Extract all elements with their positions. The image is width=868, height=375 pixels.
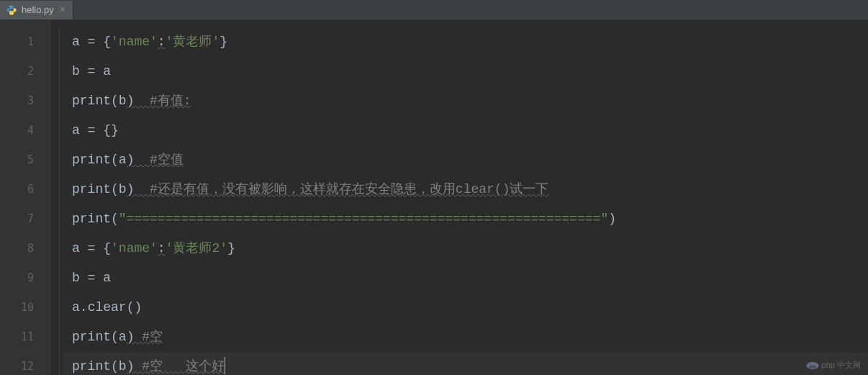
code-line-8[interactable]: a = {'name':'黄老师2'} xyxy=(63,234,868,263)
watermark: php php 中文网 xyxy=(806,360,861,371)
tab-filename: hello.py xyxy=(22,4,54,15)
line-number: 1 xyxy=(0,27,50,57)
tab-close-icon[interactable]: × xyxy=(58,4,67,16)
code-line-5[interactable]: print(a) #空值 xyxy=(63,145,868,175)
code-line-9[interactable]: b = a xyxy=(63,263,868,293)
svg-text:php: php xyxy=(809,363,815,368)
line-number: 2 xyxy=(0,57,50,86)
line-number: 11 xyxy=(0,322,50,352)
line-number: 7 xyxy=(0,204,50,234)
line-number: 5 xyxy=(0,145,50,175)
line-number: 10 xyxy=(0,293,50,322)
code-line-3[interactable]: print(b) #有值: xyxy=(63,86,868,116)
indent-guide xyxy=(59,27,60,375)
watermark-text: php 中文网 xyxy=(822,360,861,371)
svg-point-1 xyxy=(12,13,13,14)
code-editor: 1 2 3 4 5 6 7 8 9 10 11 12 a = {'name':'… xyxy=(0,20,868,375)
svg-point-0 xyxy=(10,6,11,6)
line-gutter: 1 2 3 4 5 6 7 8 9 10 11 12 xyxy=(0,20,50,375)
python-file-icon xyxy=(6,4,17,16)
code-line-4[interactable]: a = {} xyxy=(63,116,868,145)
tab-bar: hello.py × xyxy=(0,0,868,20)
line-number: 3 xyxy=(0,86,50,116)
line-number: 12 xyxy=(0,352,50,375)
code-line-2[interactable]: b = a xyxy=(63,57,868,86)
line-number: 6 xyxy=(0,175,50,204)
line-number: 8 xyxy=(0,234,50,263)
text-cursor xyxy=(225,357,225,374)
code-line-11[interactable]: print(a) #空 xyxy=(63,322,868,352)
code-line-1[interactable]: a = {'name':'黄老师'} xyxy=(63,27,868,57)
line-number: 9 xyxy=(0,263,50,293)
code-line-10[interactable]: a.clear() xyxy=(63,293,868,322)
code-area[interactable]: a = {'name':'黄老师'} b = a print(b) #有值: a… xyxy=(50,20,868,375)
line-number: 4 xyxy=(0,116,50,145)
code-line-12[interactable]: print(b) #空 这个好 xyxy=(63,352,868,375)
code-line-7[interactable]: print("=================================… xyxy=(63,204,868,234)
php-logo-icon: php xyxy=(806,361,819,370)
file-tab[interactable]: hello.py × xyxy=(0,1,73,19)
code-line-6[interactable]: print(b) #还是有值，没有被影响，这样就存在安全隐患，改用clear()… xyxy=(63,175,868,204)
